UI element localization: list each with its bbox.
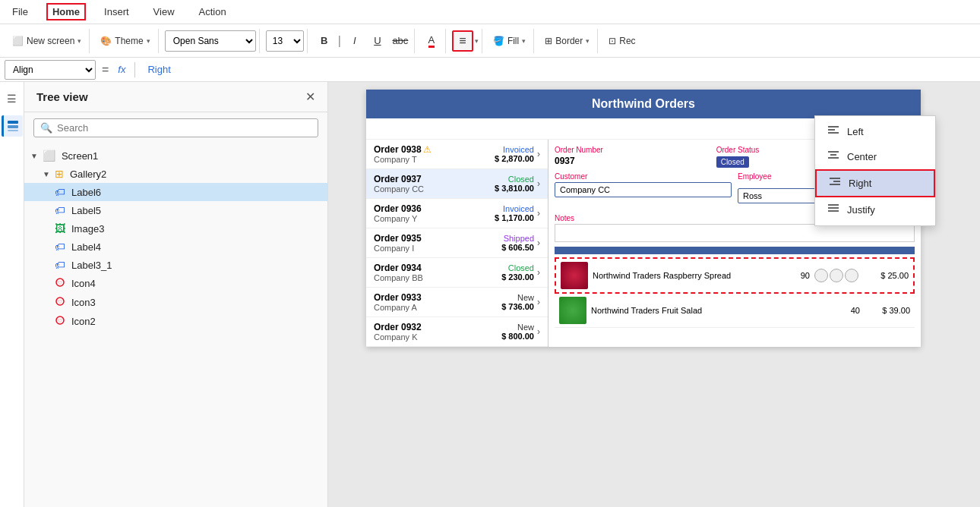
- formula-separator: [134, 62, 135, 77]
- menu-action[interactable]: Action: [193, 3, 232, 20]
- font-color-button[interactable]: A: [421, 30, 442, 52]
- order-num-0936: Order 0936: [374, 203, 495, 214]
- tree-title: Tree view: [36, 90, 88, 103]
- right-align-icon: [829, 177, 841, 190]
- order-num-0933: Order 0933: [374, 292, 501, 303]
- separator-1: |: [337, 34, 343, 48]
- order-row-0934[interactable]: Order 0934 Company BB Closed $ 230.00 ›: [366, 258, 548, 288]
- italic-button[interactable]: I: [344, 30, 365, 52]
- tree-label-icon4: Icon4: [71, 278, 96, 289]
- customer-select-wrap: Company CC: [555, 182, 732, 197]
- align-option-right[interactable]: Right: [815, 169, 935, 197]
- rating-circle-1: [814, 269, 828, 282]
- tree-item-label3-1[interactable]: 🏷 Label3_1: [24, 256, 327, 274]
- order-info-0937: Order 0937 Company CC: [374, 174, 495, 194]
- order-company-0935: Company I: [374, 244, 501, 253]
- tree-item-icon3[interactable]: ♡ Icon3: [24, 293, 327, 312]
- font-size-select[interactable]: 13: [266, 30, 304, 52]
- order-status-0932: New: [501, 323, 534, 332]
- align-chevron: ▾: [475, 37, 479, 45]
- menu-home[interactable]: Home: [46, 3, 86, 20]
- order-company-0936: Company Y: [374, 214, 495, 223]
- order-number-field: Order Number 0937: [555, 146, 710, 166]
- order-company-0934: Company BB: [374, 273, 501, 282]
- strikethrough-button[interactable]: abc: [390, 30, 411, 52]
- tree-item-image3[interactable]: 🖼 Image3: [24, 219, 327, 238]
- sidebar-icon-hamburger[interactable]: ☰: [2, 88, 23, 109]
- product-price-raspberry: $ 25.00: [863, 271, 909, 280]
- icon-type-icon-3: ♡: [55, 296, 65, 309]
- tree-item-label4[interactable]: 🏷 Label4: [24, 238, 327, 256]
- theme-chevron: ▾: [147, 37, 150, 45]
- bold-button[interactable]: B: [314, 30, 335, 52]
- notes-input[interactable]: [555, 224, 915, 242]
- theme-button[interactable]: 🎨 Theme ▾: [96, 33, 154, 49]
- order-row-0932[interactable]: Order 0932 Company K New $ 800.00 ›: [366, 317, 548, 347]
- align-option-justify[interactable]: Justify: [815, 197, 935, 222]
- tree-item-gallery2[interactable]: ▼ ⊞ Gallery2: [24, 165, 327, 183]
- menu-insert[interactable]: Insert: [98, 3, 135, 20]
- screen-type-icon: ⬜: [43, 150, 55, 162]
- tree-item-icon4[interactable]: ♡ Icon4: [24, 274, 327, 293]
- toolbar-group-fontsize: 13: [263, 29, 308, 53]
- tree-label-image3: Image3: [71, 223, 104, 235]
- order-row-0933[interactable]: Order 0933 Company A New $ 736.00 ›: [366, 288, 548, 317]
- customer-label: Customer: [555, 172, 732, 181]
- toolbar-group-newscreen: ⬜ New screen ▾: [5, 29, 90, 53]
- customer-select[interactable]: Company CC: [555, 182, 732, 197]
- order-row-0938[interactable]: Order 0938 ⚠ Company T Invoiced $ 2,870.…: [366, 140, 548, 169]
- align-justify-label: Justify: [847, 204, 875, 216]
- tree-label-label3-1: Label3_1: [71, 260, 112, 271]
- search-input[interactable]: [57, 122, 311, 134]
- formula-fx-button[interactable]: fx: [115, 64, 128, 75]
- screen-icon: ⬜: [12, 36, 24, 46]
- sidebar-icon-layers[interactable]: [2, 115, 23, 137]
- toolbar: ⬜ New screen ▾ 🎨 Theme ▾ Open Sans 13 B …: [0, 24, 980, 58]
- svg-rect-1: [8, 125, 18, 128]
- product-name-salad: Northwind Traders Fruit Salad: [591, 306, 833, 315]
- fill-button[interactable]: 🪣 Fill ▾: [488, 33, 530, 49]
- new-screen-button[interactable]: ⬜ New screen ▾: [8, 33, 86, 49]
- order-row-0936[interactable]: Order 0936 Company Y Invoiced $ 1,170.00…: [366, 199, 548, 228]
- order-amount-0933: $ 736.00: [501, 302, 534, 311]
- align-option-center[interactable]: Center: [815, 144, 935, 169]
- tree-close-button[interactable]: ✕: [305, 90, 315, 104]
- tree-label-icon2: Icon2: [71, 316, 96, 327]
- tree-item-icon2[interactable]: ♡ Icon2: [24, 312, 327, 331]
- menu-file[interactable]: File: [6, 3, 34, 20]
- order-right-0932: New $ 800.00: [501, 323, 534, 341]
- svg-rect-0: [8, 121, 18, 124]
- order-amount-0938: $ 2,870.00: [495, 154, 534, 163]
- formula-value: Right: [141, 64, 975, 75]
- center-align-icon: [827, 150, 839, 163]
- product-image-raspberry: [561, 262, 588, 289]
- order-info-0934: Order 0934 Company BB: [374, 263, 501, 282]
- menu-view[interactable]: View: [147, 3, 181, 20]
- border-icon: ⊞: [545, 36, 552, 46]
- underline-button[interactable]: U: [367, 30, 388, 52]
- product-price-salad: $ 39.00: [865, 306, 910, 315]
- order-right-0933: New $ 736.00: [501, 293, 534, 311]
- rating-circle-3: [845, 269, 858, 282]
- order-row-0937[interactable]: Order 0937 Company CC Closed $ 3,810.00 …: [366, 169, 548, 199]
- border-button[interactable]: ⊞ Border ▾: [540, 33, 594, 49]
- tree-item-label5[interactable]: 🏷 Label5: [24, 201, 327, 219]
- font-family-select[interactable]: Open Sans: [165, 30, 256, 52]
- tree-item-label6[interactable]: 🏷 Label6: [24, 183, 327, 201]
- label-type-icon-5: 🏷: [55, 204, 65, 216]
- order-chevron-0935: ›: [537, 238, 540, 248]
- align-button[interactable]: ≡: [452, 30, 473, 52]
- property-dropdown[interactable]: Align: [5, 60, 96, 80]
- rec-button[interactable]: ⊡ Rec: [604, 33, 640, 49]
- tree-label-gallery2: Gallery2: [70, 168, 106, 180]
- formula-equals: =: [99, 63, 112, 77]
- formula-bar: Align = fx Right: [0, 58, 980, 82]
- order-row-0935[interactable]: Order 0935 Company I Shipped $ 606.50 ›: [366, 228, 548, 258]
- order-num-0938: Order 0938: [374, 144, 422, 155]
- product-row-salad[interactable]: Northwind Traders Fruit Salad 40 $ 39.00: [555, 294, 915, 328]
- order-status-0933: New: [501, 293, 534, 302]
- product-row-raspberry[interactable]: Northwind Traders Raspberry Spread 90 $ …: [555, 257, 915, 294]
- align-option-left[interactable]: Left: [815, 119, 935, 144]
- order-chevron-0937: ›: [537, 178, 540, 189]
- tree-item-screen1[interactable]: ▼ ⬜ Screen1: [24, 146, 327, 165]
